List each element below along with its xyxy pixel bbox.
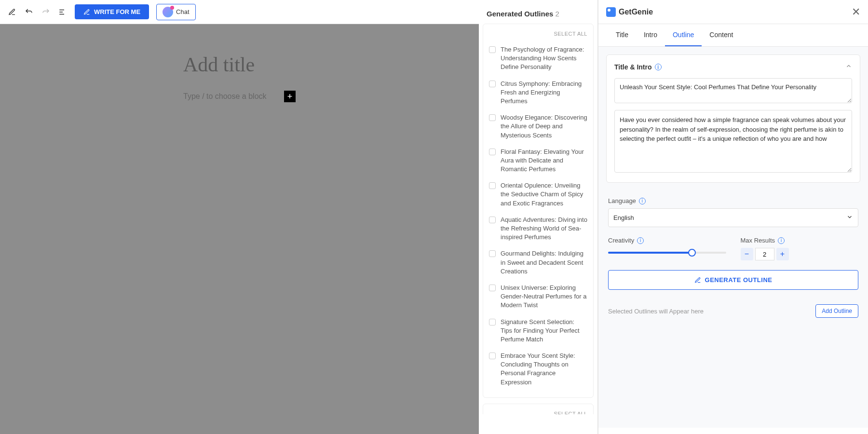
brand: GetGenie [606,7,852,17]
brand-icon [606,7,616,17]
outline-card: SELECT ALL Discovering the Essence of [483,404,594,414]
increment-button[interactable]: + [776,248,789,260]
outline-card: SELECT ALL The Psychology of Fragrance: … [483,24,594,398]
add-block-button[interactable]: + [284,91,296,102]
outline-item-text: Woodsy Elegance: Discovering the Allure … [501,113,587,140]
outlines-header: Generated Outlines2 [479,0,597,24]
outlines-scroll[interactable]: SELECT ALL The Psychology of Fragrance: … [479,24,597,414]
outline-item-text: Floral Fantasy: Elevating Your Aura with… [501,148,587,174]
editor-area: Add title Type / to choose a block + [0,24,479,434]
chat-avatar-icon [163,7,173,17]
sidebar-body: Title & Intro i Language i English Crea [598,47,868,428]
max-results-value[interactable] [755,248,774,260]
outline-item-text: Signature Scent Selection: Tips for Find… [501,318,587,344]
outline-checkbox[interactable] [489,250,496,257]
add-outline-button[interactable]: Add Outline [815,304,858,318]
write-for-me-label: WRITE FOR ME [94,8,140,15]
undo-icon[interactable] [24,7,34,17]
language-select[interactable]: English [608,208,858,227]
chevron-up-icon[interactable] [845,63,852,71]
outline-item[interactable]: Signature Scent Selection: Tips for Find… [489,314,587,348]
close-button[interactable]: ✕ [852,6,860,18]
language-label: Language i [608,197,858,204]
outline-item[interactable]: The Psychology of Fragrance: Understandi… [489,41,587,76]
outline-checkbox[interactable] [489,319,496,326]
outline-item[interactable]: Oriental Opulence: Unveiling the Seducti… [489,177,587,212]
outline-checkbox[interactable] [489,81,496,87]
outline-item-text: The Psychology of Fragrance: Understandi… [501,45,587,72]
redo-icon[interactable] [41,7,51,17]
write-for-me-button[interactable]: WRITE FOR ME [75,4,149,19]
outline-item-text: Gourmand Delights: Indulging in Sweet an… [501,249,587,276]
getgenie-sidebar: GetGenie ✕ Title Intro Outline Content T… [598,0,868,434]
max-results-stepper: − + [741,248,859,260]
title-intro-card: Title & Intro i [606,54,860,183]
title-intro-header: Title & Intro i [614,63,662,71]
outline-checkbox[interactable] [489,182,496,189]
outline-item-text: Unisex Universe: Exploring Gender-Neutra… [501,284,587,310]
outline-item[interactable]: Embrace Your Scent Style: Concluding Tho… [489,348,587,391]
info-icon[interactable]: i [655,64,662,70]
outline-item[interactable]: Citrus Symphony: Embracing Fresh and Ene… [489,76,587,110]
decrement-button[interactable]: − [741,248,753,260]
outline-checkbox[interactable] [489,149,496,155]
outline-item-text: Aquatic Adventures: Diving into the Refr… [501,216,587,242]
outline-checkbox[interactable] [489,353,496,359]
generate-outline-button[interactable]: GENERATE OUTLINE [608,270,858,290]
outline-item[interactable]: Unisex Universe: Exploring Gender-Neutra… [489,280,587,314]
select-all-button[interactable]: SELECT ALL [489,31,587,37]
info-icon[interactable]: i [778,237,785,244]
title-input[interactable]: Add title [183,53,296,76]
outline-item[interactable]: Gourmand Delights: Indulging in Sweet an… [489,245,587,280]
selected-outlines-placeholder: Selected Outlines will Appear here [608,308,704,315]
creativity-label: Creativity i [608,237,726,244]
outlines-panel: Generated Outlines2 SELECT ALL The Psych… [479,0,598,434]
outline-checkbox[interactable] [489,217,496,223]
tabs: Title Intro Outline Content [598,24,868,47]
info-icon[interactable]: i [637,237,644,244]
tab-outline[interactable]: Outline [665,24,702,46]
outline-checkbox[interactable] [489,285,496,291]
outline-item[interactable]: Aquatic Adventures: Diving into the Refr… [489,212,587,246]
chevron-down-icon [846,214,853,222]
outline-item-text: Citrus Symphony: Embracing Fresh and Ene… [501,80,587,106]
tab-title[interactable]: Title [608,24,636,46]
chat-label: Chat [176,8,189,15]
edit-icon[interactable] [7,7,17,17]
outline-checkbox[interactable] [489,46,496,53]
block-placeholder[interactable]: Type / to choose a block [183,92,284,101]
outline-item[interactable]: Floral Fantasy: Elevating Your Aura with… [489,144,587,178]
info-icon[interactable]: i [639,198,646,204]
chat-button[interactable]: Chat [156,4,195,20]
outline-checkbox[interactable] [489,114,496,121]
outline-item-text: Oriental Opulence: Unveiling the Seducti… [501,181,587,208]
outline-item[interactable]: Woodsy Elegance: Discovering the Allure … [489,109,587,144]
outlines-count: 2 [555,10,559,18]
outline-item-text: Embrace Your Scent Style: Concluding Tho… [501,352,587,387]
tab-content[interactable]: Content [702,24,741,46]
select-all-button[interactable]: SELECT ALL [489,411,587,414]
intro-field[interactable] [614,110,852,173]
title-field[interactable] [614,78,852,103]
tab-intro[interactable]: Intro [636,24,665,46]
max-results-label: Max Results i [741,237,859,244]
creativity-slider[interactable] [608,248,726,258]
list-view-icon[interactable] [58,7,68,17]
